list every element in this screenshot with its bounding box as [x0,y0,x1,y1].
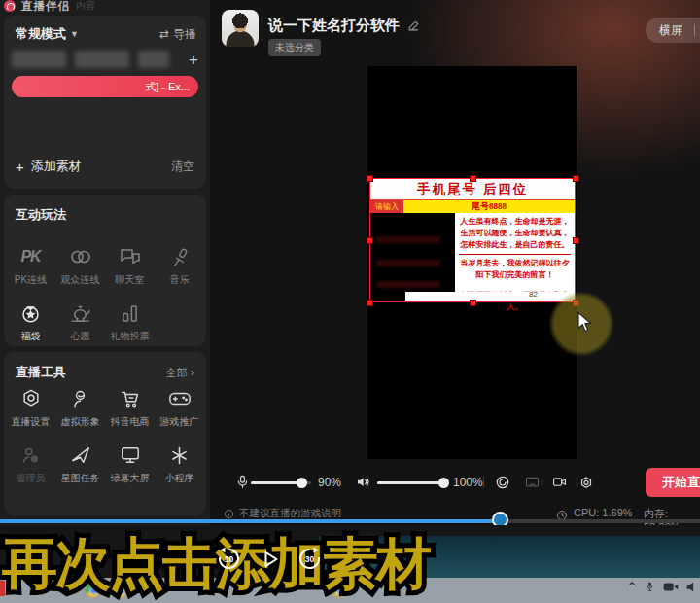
resize-handle-sw[interactable] [367,300,373,306]
selected-table-element[interactable]: 手机尾号 后四位 请输入 尾号8888 人生虽有终点，生命却是无涯，生活可以随便… [369,178,576,302]
sidebar-item-virtual-avatar[interactable]: 虚拟形象 [55,387,105,429]
resize-handle-nw[interactable] [367,175,373,182]
table-tail-number: 尾号8888 [403,200,575,213]
tools-panel: 直播工具 全部 › 直播设置 虚拟形象 抖音电商 [4,352,206,515]
resize-handle-s[interactable] [470,300,476,306]
sidebar-item-pk[interactable]: PK PK连线 [6,245,55,287]
speaker-slider-knob[interactable] [438,478,449,488]
camera-icon[interactable] [551,475,568,493]
tools-all-link[interactable]: 全部 › [166,365,194,380]
chevron-down-icon: ▼ [70,29,79,39]
interact-panel: 互动玩法 PK PK连线 观众连线 聊天室 [4,195,206,346]
screen-cast-icon[interactable] [524,475,541,494]
tutorial-video-strip: ⌃ 再次点击添加素材 再次点击添加素材 10 30 [0,525,700,603]
game-promo-icon [168,387,192,410]
lucky-bag-icon [20,302,41,325]
resize-handle-n[interactable] [470,175,476,182]
chevron-right-icon: › [191,365,194,379]
app-logo: 直播伴侣 内容 [4,0,95,15]
table-censored-column [370,213,455,292]
sidebar-item-lucky-bag[interactable]: 福袋 [6,302,55,343]
star-task-icon [70,443,91,467]
scene-tab-censored[interactable] [75,51,129,68]
sidebar-item-game-promo[interactable]: 游戏推广 [155,387,204,429]
scene-mode-dropdown[interactable]: 常规模式 [16,25,66,43]
sidebar-item-gift-vote[interactable]: 礼物投票 [105,302,155,343]
tray-camera-icon[interactable] [663,582,679,592]
divider [694,24,695,36]
wish-icon [69,302,91,325]
live-settings-icon [20,387,42,410]
table-input-label: 请输入 [370,200,403,213]
tray-chevron-up-icon[interactable]: ⌃ [627,580,637,593]
sidebar-item-ecommerce[interactable]: 抖音电商 [105,387,155,429]
clear-button[interactable]: 清空 [171,159,194,175]
sidebar-item-star-task[interactable]: 星图任务 [55,443,105,485]
sidebar-item-mini-program[interactable]: 小程序 [155,443,204,485]
mouse-cursor [576,311,592,337]
virtual-avatar-icon [70,387,90,410]
video-progress-bar[interactable] [0,519,700,523]
info-icon [224,509,234,519]
resize-handle-w[interactable] [367,237,373,244]
sidebar-item-wish[interactable]: 心愿 [55,302,105,343]
main-area: 说一下姓名打分软件 未选分类 横屏 手机尾号 后四位 请输入 尾号8888 人生… [210,0,700,528]
mic-icon[interactable] [235,474,250,494]
stream-settings-icon[interactable] [578,475,594,494]
scene-tab-censored[interactable] [12,51,66,68]
cpu-usage: CPU: 1.69% [574,507,633,518]
resize-handle-ne[interactable] [573,175,579,182]
chat-room-icon [120,245,141,268]
add-material-button[interactable]: 添加素材 [31,158,82,175]
table-quote: 人生虽有终点，生命却是无涯，生活可以随便，生命却要认真，怎样安排此生，是自己的责… [459,216,571,255]
tray-mic-icon[interactable] [645,580,655,593]
ecommerce-cart-icon [120,387,141,410]
forward-30-button[interactable]: 30 [297,546,323,572]
sidebar-item-chat-room[interactable]: 聊天室 [105,245,155,287]
add-scene-icon[interactable]: + [189,52,198,68]
sidebar-item-admin[interactable]: 管理员 [6,443,55,485]
source-name-suffix: 式] - Ex... [145,80,190,94]
category-tag[interactable]: 未选分类 [268,39,321,56]
selected-source-row[interactable]: 式] - Ex... [12,76,198,97]
live-companion-window: 直播伴侣 内容 常规模式 ▼ ⇄ 导播 + 式] - Ex... + 添加素材 … [0,0,700,603]
green-screen-icon [120,443,141,467]
sidebar-item-live-settings[interactable]: 直播设置 [6,387,55,429]
scene-tab-censored[interactable] [138,51,169,68]
page-title: 说一下姓名打分软件 [268,17,400,35]
table-quote: 当岁月老去，我依然记得以往夕阳下我们完美的留言！ [459,258,571,281]
landscape-button[interactable]: 横屏 [646,18,700,43]
sidebar-item-audience-link[interactable]: 观众连线 [55,245,105,287]
voice-effect-icon[interactable] [495,475,510,494]
admin-icon [20,443,41,467]
rewind-10-button[interactable]: 10 [216,546,242,572]
mic-volume-value: 90% [318,476,341,489]
mic-slider-knob[interactable] [297,478,307,488]
app-logo-badge: 内容 [76,0,95,13]
speaker-volume-slider[interactable] [377,481,445,484]
director-button[interactable]: ⇄ 导播 [159,26,196,43]
game-notice[interactable]: 不建议直播的游戏说明 [224,507,341,520]
sidebar-item-music[interactable]: 音乐 [155,245,204,287]
table-quotes-column: 人生虽有终点，生命却是无涯，生活可以随便，生命却要认真，怎样安排此生，是自己的责… [455,213,575,292]
tray-speaker-icon[interactable] [686,581,696,593]
table-corner-patch [370,292,405,301]
gift-vote-icon [121,302,139,325]
sidebar-item-green-screen[interactable]: 绿幕大屏 [105,443,155,485]
start-live-button[interactable]: 开始直播 [646,468,700,497]
edit-title-icon[interactable] [407,18,420,36]
speaker-icon[interactable] [355,475,370,493]
resize-handle-e[interactable] [573,237,579,244]
interact-title: 互动玩法 [16,206,66,224]
director-label: 导播 [173,26,196,43]
scene-panel: 常规模式 ▼ ⇄ 导播 + 式] - Ex... + 添加素材 清空 [4,16,206,189]
play-button[interactable] [263,550,279,572]
source-name-censored [16,79,150,94]
table-title: 手机尾号 后四位 [370,179,575,200]
app-logo-icon [4,0,16,12]
table-page-number: 82 [529,290,538,299]
mic-volume-slider[interactable] [251,481,311,484]
tools-title: 直播工具 [16,364,66,381]
plus-icon: + [16,159,24,175]
mini-program-icon [169,443,190,467]
